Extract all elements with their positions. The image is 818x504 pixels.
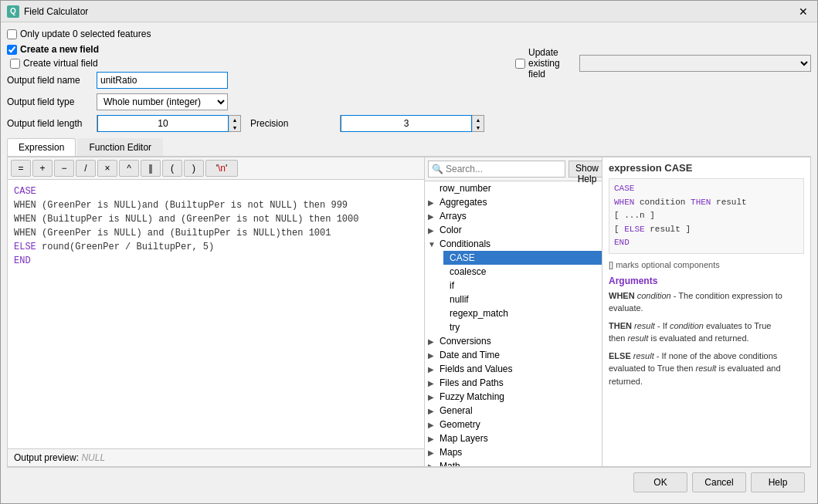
- output-preview-bar: Output preview: NULL: [8, 448, 424, 466]
- expression-toolbar: = + − / × ^ ‖ ( ) '\n': [8, 157, 424, 180]
- code-end: END: [14, 255, 31, 266]
- conditionals-children: CASE coalesce if nullif regexp_match: [425, 251, 602, 334]
- main-options: Create a new field Create virtual field …: [7, 44, 811, 134]
- output-field-length-row: Output field length ▲ ▼ Precision ▲: [7, 115, 484, 132]
- update-existing-checkbox[interactable]: [515, 59, 525, 69]
- code-case: CASE: [14, 186, 36, 197]
- field-calculator-window: Q Field Calculator ✕ Only update 0 selec…: [0, 0, 818, 504]
- pause-button[interactable]: ‖: [141, 160, 161, 177]
- close-paren-button[interactable]: ): [184, 160, 204, 177]
- cancel-button[interactable]: Cancel: [692, 472, 746, 492]
- create-virtual-field-checkbox[interactable]: [10, 59, 20, 69]
- output-preview-value: NULL: [81, 452, 105, 463]
- tree-item-arrays[interactable]: ▶ Arrays: [425, 209, 602, 223]
- precision-label: Precision: [250, 118, 335, 129]
- output-field-length-label: Output field length: [7, 118, 92, 129]
- tree-item-regexp-match[interactable]: regexp_match: [443, 306, 602, 320]
- only-update-selected-label[interactable]: Only update 0 selected features: [7, 29, 151, 39]
- precision-input[interactable]: [341, 115, 472, 132]
- tree-item-if[interactable]: if: [443, 279, 602, 293]
- bottom-bar: OK Cancel Help: [7, 467, 811, 497]
- help-arg-then: THEN result - If condition evaluates to …: [609, 320, 804, 345]
- help-arg-else: ELSE result - If none of the above condi…: [609, 350, 804, 388]
- code-line3: WHEN (GreenPer is NULL) and (BuiltupPer …: [14, 228, 331, 238]
- help-arguments-title: Arguments: [609, 276, 804, 286]
- tree-item-conversions[interactable]: ▶ Conversions: [425, 334, 602, 348]
- tab-function-editor[interactable]: Function Editor: [77, 138, 163, 156]
- create-virtual-field-label[interactable]: Create virtual field: [7, 58, 484, 69]
- tree-item-maps[interactable]: ▶ Maps: [425, 445, 602, 459]
- output-field-type-label: Output field type: [7, 96, 92, 107]
- show-help-button[interactable]: Show Help: [569, 161, 602, 178]
- app-icon: Q: [7, 5, 19, 18]
- code-round: round(GreenPer / BuiltupPer, 5): [42, 242, 214, 252]
- create-new-field-checkbox[interactable]: [7, 45, 17, 55]
- update-section: Update existing field: [515, 44, 811, 79]
- power-button[interactable]: ^: [119, 160, 139, 177]
- help-syntax: CASE WHEN condition THEN result [ ...n ]…: [609, 178, 804, 254]
- tree-item-files-and-paths[interactable]: ▶ Files and Paths: [425, 376, 602, 390]
- tree-item-date-and-time[interactable]: ▶ Date and Time: [425, 348, 602, 362]
- plus-button[interactable]: +: [32, 160, 53, 177]
- ok-button[interactable]: OK: [633, 472, 687, 492]
- precision-down-button[interactable]: ▼: [473, 123, 484, 131]
- minus-button[interactable]: −: [54, 160, 74, 177]
- tab-expression[interactable]: Expression: [7, 138, 76, 156]
- update-existing-label[interactable]: Update existing field: [515, 47, 575, 79]
- help-optional-note: [] marks optional components: [609, 260, 804, 269]
- content-area: = + − / × ^ ‖ ( ) '\n' CASE WHEN (GreenP…: [7, 157, 811, 467]
- update-existing-select[interactable]: [579, 55, 811, 72]
- tree-item-case[interactable]: CASE: [443, 251, 602, 265]
- tree-item-aggregates[interactable]: ▶ Aggregates: [425, 195, 602, 209]
- output-field-type-select[interactable]: Whole number (integer) Decimal number (r…: [97, 93, 228, 110]
- output-field-name-label: Output field name: [7, 75, 92, 86]
- create-section: Create a new field Create virtual field …: [7, 44, 484, 134]
- close-button[interactable]: ✕: [796, 4, 811, 19]
- help-button[interactable]: Help: [751, 472, 805, 492]
- tab-bar: Expression Function Editor: [7, 138, 811, 157]
- newline-button[interactable]: '\n': [205, 160, 238, 177]
- search-input[interactable]: [446, 164, 562, 174]
- length-up-button[interactable]: ▲: [229, 116, 240, 123]
- length-down-button[interactable]: ▼: [229, 123, 240, 131]
- expression-pane: = + − / × ^ ‖ ( ) '\n' CASE WHEN (GreenP…: [8, 157, 425, 466]
- create-new-field-label[interactable]: Create a new field: [7, 44, 484, 55]
- divide-button[interactable]: /: [76, 160, 96, 177]
- help-title: expression CASE: [609, 162, 804, 174]
- tree-item-nullif[interactable]: nullif: [443, 293, 602, 306]
- code-else: ELSE: [14, 242, 36, 252]
- window-title: Field Calculator: [24, 6, 796, 17]
- tree-item-fuzzy-matching[interactable]: ▶ Fuzzy Matching: [425, 390, 602, 404]
- tree-item-color[interactable]: ▶ Color: [425, 223, 602, 237]
- tree-item-general[interactable]: ▶ General: [425, 404, 602, 418]
- tree-item-try[interactable]: try: [443, 320, 602, 334]
- tree-item-math[interactable]: ▶ Math: [425, 459, 602, 466]
- open-paren-button[interactable]: (: [162, 160, 182, 177]
- tree-item-fields-and-values[interactable]: ▶ Fields and Values: [425, 362, 602, 376]
- help-pane: expression CASE CASE WHEN condition THEN…: [602, 157, 810, 466]
- tree-item-conditionals[interactable]: ▼ Conditionals: [425, 237, 602, 251]
- length-input[interactable]: [97, 115, 229, 132]
- equals-button[interactable]: =: [11, 160, 31, 177]
- window-body: Only update 0 selected features Create a…: [1, 22, 817, 503]
- output-field-type-row: Output field type Whole number (integer)…: [7, 93, 484, 110]
- multiply-button[interactable]: ×: [97, 160, 117, 177]
- search-icon: 🔍: [432, 164, 443, 174]
- output-preview-label: Output preview:: [14, 452, 79, 463]
- output-field-name-row: Output field name: [7, 72, 484, 89]
- precision-up-button[interactable]: ▲: [473, 116, 484, 123]
- code-editor[interactable]: CASE WHEN (GreenPer is NULL)and (Builtup…: [8, 180, 424, 448]
- tree-item-geometry[interactable]: ▶ Geometry: [425, 418, 602, 431]
- only-update-selected-checkbox[interactable]: [7, 29, 17, 39]
- title-bar: Q Field Calculator ✕: [1, 1, 817, 22]
- help-arg-when: WHEN condition - The condition expressio…: [609, 289, 804, 315]
- search-input-wrap: 🔍: [428, 161, 565, 178]
- code-line2: WHEN (BuiltupPer is NULL) and (GreenPer …: [14, 214, 358, 225]
- tree-item-row-number[interactable]: row_number: [425, 181, 602, 195]
- tree-item-map-layers[interactable]: ▶ Map Layers: [425, 431, 602, 445]
- tree-item-coalesce[interactable]: coalesce: [443, 265, 602, 279]
- length-spinbox: ▲ ▼: [97, 115, 241, 132]
- function-tree: row_number ▶ Aggregates ▶ Arrays ▶: [425, 181, 602, 466]
- top-options: Only update 0 selected features: [7, 29, 811, 39]
- output-field-name-input[interactable]: [97, 72, 228, 89]
